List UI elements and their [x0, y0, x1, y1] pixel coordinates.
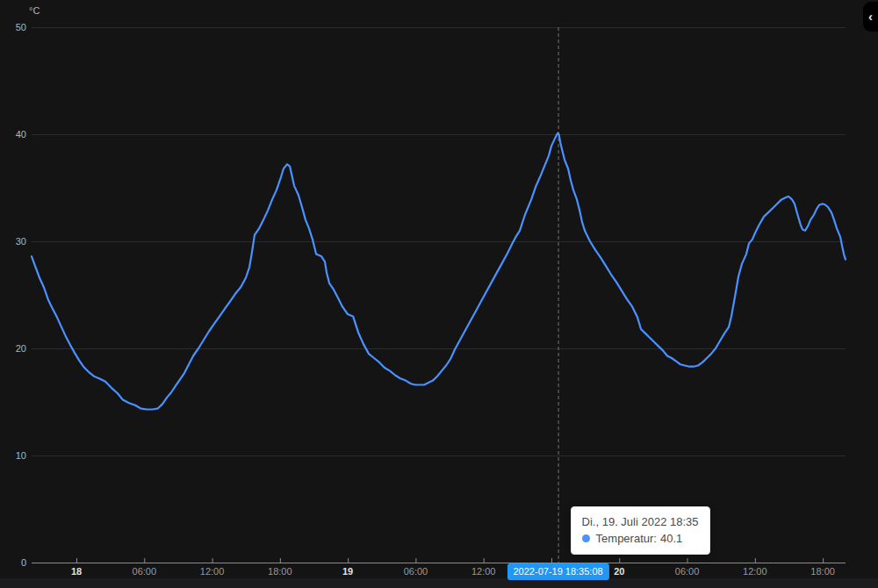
svg-text:19: 19 [342, 566, 353, 577]
svg-text:06:00: 06:00 [133, 566, 157, 577]
svg-text:18:00: 18:00 [268, 566, 292, 577]
svg-text:30: 30 [16, 236, 26, 247]
svg-text:10: 10 [16, 450, 26, 461]
tooltip-date: Di., 19. Juli 2022 18:35 [582, 513, 699, 530]
svg-text:20: 20 [16, 343, 26, 354]
chevron-left-icon: ‹ [868, 9, 873, 24]
svg-text:18:00: 18:00 [810, 566, 835, 577]
svg-text:06:00: 06:00 [675, 566, 700, 577]
x-axis-cursor-label: 2022-07-19 18:35:08 [507, 563, 609, 580]
temperature-chart[interactable]: 010203040501806:0012:0018:001906:0012:00… [0, 0, 878, 588]
svg-text:12:00: 12:00 [743, 566, 767, 577]
y-axis-unit-label: °C [29, 5, 40, 16]
svg-text:12:00: 12:00 [471, 566, 496, 577]
svg-text:12:00: 12:00 [200, 566, 225, 577]
y-axis-labels: 01020304050 [16, 22, 26, 568]
window-bottom-edge [0, 578, 878, 588]
x-axis-ticks [77, 558, 824, 563]
tooltip: Di., 19. Juli 2022 18:35 Temperatur: 40.… [571, 506, 710, 555]
svg-text:40: 40 [16, 129, 26, 140]
svg-text:06:00: 06:00 [404, 566, 428, 577]
chart-panel: °C 010203040501806:0012:0018:001906:0012… [0, 0, 878, 588]
svg-text:50: 50 [16, 22, 26, 32]
tooltip-series-value: 40.1 [660, 530, 682, 547]
x-axis-labels: 1806:0012:0018:001906:0012:002006:0012:0… [71, 566, 835, 577]
temperature-series-line [32, 133, 846, 410]
series-dot-icon [582, 534, 590, 542]
tooltip-series-label: Temperatur: [596, 530, 657, 547]
collapse-panel-button[interactable]: ‹ [863, 2, 878, 32]
svg-text:20: 20 [614, 566, 624, 577]
svg-text:18: 18 [71, 566, 82, 577]
svg-text:0: 0 [21, 557, 26, 568]
y-gridlines [32, 28, 846, 456]
